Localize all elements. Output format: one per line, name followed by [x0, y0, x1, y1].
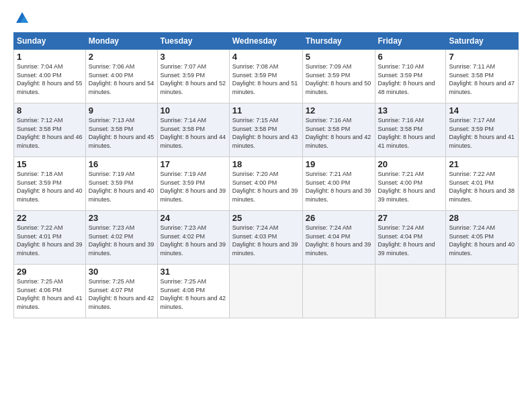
- calendar-cell: 23Sunrise: 7:23 AMSunset: 4:02 PMDayligh…: [85, 211, 157, 265]
- calendar-cell: 7Sunrise: 7:11 AMSunset: 3:58 PMDaylight…: [446, 50, 519, 103]
- day-info: Sunrise: 7:06 AMSunset: 4:00 PMDaylight:…: [89, 62, 154, 96]
- calendar-cell: 4Sunrise: 7:08 AMSunset: 3:59 PMDaylight…: [229, 50, 302, 103]
- week-row-2: 8Sunrise: 7:12 AMSunset: 3:58 PMDaylight…: [14, 103, 519, 157]
- day-info: Sunrise: 7:16 AMSunset: 3:58 PMDaylight:…: [306, 116, 372, 150]
- day-number: 3: [161, 52, 226, 62]
- day-number: 24: [161, 213, 226, 223]
- day-number: 7: [449, 52, 515, 62]
- calendar-cell: 16Sunrise: 7:19 AMSunset: 3:59 PMDayligh…: [85, 157, 157, 211]
- logo-icon: [15, 11, 30, 26]
- calendar-cell: 14Sunrise: 7:17 AMSunset: 3:59 PMDayligh…: [446, 103, 519, 157]
- day-number: 2: [89, 52, 154, 62]
- day-info: Sunrise: 7:24 AMSunset: 4:04 PMDaylight:…: [306, 224, 372, 257]
- calendar-cell: 26Sunrise: 7:24 AMSunset: 4:04 PMDayligh…: [302, 211, 375, 265]
- calendar-page: SundayMondayTuesdayWednesdayThursdayFrid…: [0, 0, 532, 411]
- day-number: 31: [161, 267, 226, 277]
- day-info: Sunrise: 7:23 AMSunset: 4:02 PMDaylight:…: [161, 224, 226, 257]
- day-number: 6: [378, 52, 443, 62]
- day-info: Sunrise: 7:22 AMSunset: 4:01 PMDaylight:…: [17, 224, 83, 257]
- header-saturday: Saturday: [446, 33, 519, 50]
- day-info: Sunrise: 7:11 AMSunset: 3:58 PMDaylight:…: [449, 62, 515, 96]
- calendar-cell: 9Sunrise: 7:13 AMSunset: 3:58 PMDaylight…: [85, 103, 157, 157]
- calendar-cell: 1Sunrise: 7:04 AMSunset: 4:00 PMDaylight…: [14, 50, 86, 103]
- calendar-cell: 13Sunrise: 7:16 AMSunset: 3:58 PMDayligh…: [375, 103, 446, 157]
- day-info: Sunrise: 7:25 AMSunset: 4:06 PMDaylight:…: [17, 277, 83, 311]
- calendar-cell: 31Sunrise: 7:25 AMSunset: 4:08 PMDayligh…: [157, 265, 229, 318]
- logo: [13, 11, 30, 26]
- calendar-cell: [302, 265, 375, 318]
- day-number: 9: [89, 105, 154, 116]
- day-info: Sunrise: 7:24 AMSunset: 4:04 PMDaylight:…: [378, 224, 443, 257]
- calendar-cell: 12Sunrise: 7:16 AMSunset: 3:58 PMDayligh…: [302, 103, 375, 157]
- day-info: Sunrise: 7:24 AMSunset: 4:03 PMDaylight:…: [232, 224, 300, 257]
- day-number: 27: [378, 213, 443, 223]
- day-number: 30: [89, 267, 154, 277]
- day-info: Sunrise: 7:04 AMSunset: 4:00 PMDaylight:…: [17, 62, 83, 96]
- day-info: Sunrise: 7:17 AMSunset: 3:59 PMDaylight:…: [449, 116, 515, 150]
- day-info: Sunrise: 7:25 AMSunset: 4:08 PMDaylight:…: [161, 277, 226, 311]
- day-number: 19: [306, 159, 372, 169]
- day-number: 15: [17, 159, 83, 169]
- calendar-cell: 30Sunrise: 7:25 AMSunset: 4:07 PMDayligh…: [85, 265, 157, 318]
- day-number: 22: [17, 213, 83, 223]
- day-info: Sunrise: 7:10 AMSunset: 3:59 PMDaylight:…: [378, 62, 443, 96]
- calendar-cell: [375, 265, 446, 318]
- day-number: 13: [378, 105, 443, 116]
- day-number: 26: [306, 213, 372, 223]
- day-number: 23: [89, 213, 154, 223]
- day-info: Sunrise: 7:12 AMSunset: 3:58 PMDaylight:…: [17, 116, 83, 150]
- header-friday: Friday: [375, 33, 446, 50]
- day-number: 17: [161, 159, 226, 169]
- calendar-cell: 5Sunrise: 7:09 AMSunset: 3:59 PMDaylight…: [302, 50, 375, 103]
- day-number: 4: [232, 52, 300, 62]
- week-row-1: 1Sunrise: 7:04 AMSunset: 4:00 PMDaylight…: [14, 50, 519, 103]
- day-number: 10: [161, 105, 226, 116]
- day-number: 11: [232, 105, 300, 116]
- day-number: 21: [449, 159, 515, 169]
- day-number: 14: [449, 105, 515, 116]
- day-info: Sunrise: 7:16 AMSunset: 3:58 PMDaylight:…: [378, 116, 443, 150]
- header-wednesday: Wednesday: [229, 33, 302, 50]
- header: [13, 11, 519, 26]
- day-number: 1: [17, 52, 83, 62]
- calendar-cell: 28Sunrise: 7:24 AMSunset: 4:05 PMDayligh…: [446, 211, 519, 265]
- day-info: Sunrise: 7:25 AMSunset: 4:07 PMDaylight:…: [89, 277, 154, 311]
- calendar-cell: 17Sunrise: 7:19 AMSunset: 3:59 PMDayligh…: [157, 157, 229, 211]
- week-row-4: 22Sunrise: 7:22 AMSunset: 4:01 PMDayligh…: [14, 211, 519, 265]
- day-number: 5: [306, 52, 372, 62]
- calendar-cell: 20Sunrise: 7:21 AMSunset: 4:00 PMDayligh…: [375, 157, 446, 211]
- calendar-cell: 11Sunrise: 7:15 AMSunset: 3:58 PMDayligh…: [229, 103, 302, 157]
- calendar-table: SundayMondayTuesdayWednesdayThursdayFrid…: [13, 32, 519, 318]
- day-number: 25: [232, 213, 300, 223]
- calendar-cell: 6Sunrise: 7:10 AMSunset: 3:59 PMDaylight…: [375, 50, 446, 103]
- day-number: 29: [17, 267, 83, 277]
- day-number: 18: [232, 159, 300, 169]
- day-number: 16: [89, 159, 154, 169]
- day-info: Sunrise: 7:24 AMSunset: 4:05 PMDaylight:…: [449, 224, 515, 257]
- calendar-cell: 3Sunrise: 7:07 AMSunset: 3:59 PMDaylight…: [157, 50, 229, 103]
- calendar-cell: 10Sunrise: 7:14 AMSunset: 3:58 PMDayligh…: [157, 103, 229, 157]
- day-info: Sunrise: 7:20 AMSunset: 4:00 PMDaylight:…: [232, 170, 300, 203]
- calendar-header-row: SundayMondayTuesdayWednesdayThursdayFrid…: [14, 33, 519, 50]
- day-info: Sunrise: 7:09 AMSunset: 3:59 PMDaylight:…: [306, 62, 372, 96]
- week-row-3: 15Sunrise: 7:18 AMSunset: 3:59 PMDayligh…: [14, 157, 519, 211]
- calendar-cell: 21Sunrise: 7:22 AMSunset: 4:01 PMDayligh…: [446, 157, 519, 211]
- header-monday: Monday: [85, 33, 157, 50]
- day-number: 28: [449, 213, 515, 223]
- calendar-cell: 29Sunrise: 7:25 AMSunset: 4:06 PMDayligh…: [14, 265, 86, 318]
- day-info: Sunrise: 7:07 AMSunset: 3:59 PMDaylight:…: [161, 62, 226, 96]
- day-info: Sunrise: 7:15 AMSunset: 3:58 PMDaylight:…: [232, 116, 300, 150]
- day-info: Sunrise: 7:08 AMSunset: 3:59 PMDaylight:…: [232, 62, 300, 96]
- day-info: Sunrise: 7:19 AMSunset: 3:59 PMDaylight:…: [89, 170, 154, 203]
- header-sunday: Sunday: [14, 33, 86, 50]
- calendar-cell: 15Sunrise: 7:18 AMSunset: 3:59 PMDayligh…: [14, 157, 86, 211]
- day-number: 20: [378, 159, 443, 169]
- day-info: Sunrise: 7:14 AMSunset: 3:58 PMDaylight:…: [161, 116, 226, 150]
- day-info: Sunrise: 7:22 AMSunset: 4:01 PMDaylight:…: [449, 170, 515, 203]
- calendar-cell: 24Sunrise: 7:23 AMSunset: 4:02 PMDayligh…: [157, 211, 229, 265]
- calendar-cell: 19Sunrise: 7:21 AMSunset: 4:00 PMDayligh…: [302, 157, 375, 211]
- day-info: Sunrise: 7:18 AMSunset: 3:59 PMDaylight:…: [17, 170, 83, 203]
- day-info: Sunrise: 7:19 AMSunset: 3:59 PMDaylight:…: [161, 170, 226, 203]
- calendar-cell: 2Sunrise: 7:06 AMSunset: 4:00 PMDaylight…: [85, 50, 157, 103]
- header-tuesday: Tuesday: [157, 33, 229, 50]
